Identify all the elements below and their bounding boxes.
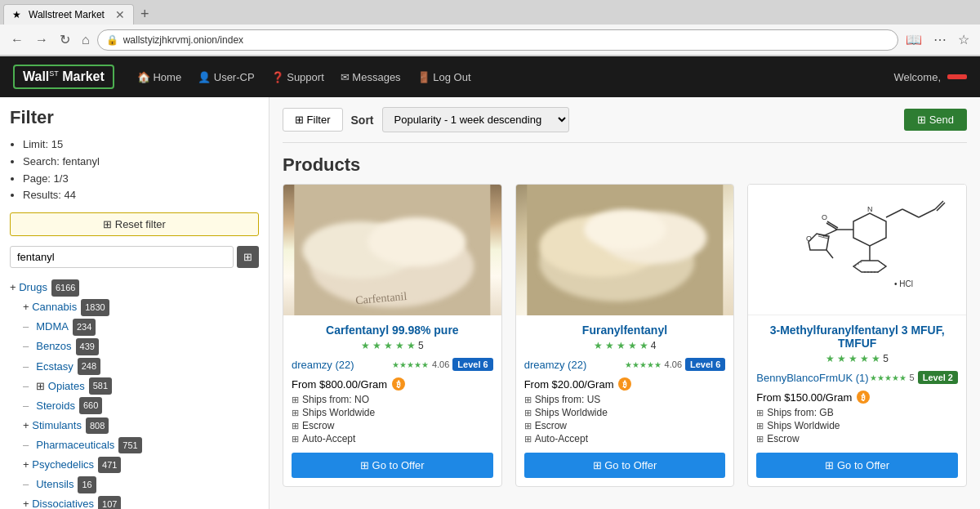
s5-p2: ★ <box>639 340 648 351</box>
escrow-text-3: Escrow <box>767 433 799 444</box>
vendor-row-2: dreamzy (22) ★★★★★ 4.06 Level 6 <box>524 358 726 371</box>
vendor-name-2[interactable]: dreamzy (22) <box>524 359 587 371</box>
vendor-name-3[interactable]: BennyBlancoFrmUK (1) <box>756 372 868 384</box>
back-button[interactable]: ← <box>7 30 28 50</box>
browser-menu-buttons: 📖 ⋯ ☆ <box>902 29 973 50</box>
svg-point-3 <box>368 217 466 266</box>
svg-point-9 <box>584 209 666 250</box>
search-submit-button[interactable]: ⊞ <box>237 246 259 268</box>
star-button[interactable]: ☆ <box>954 29 973 50</box>
app-header: WallST Market 🏠 Home 👤 User-CP ❓ Support… <box>0 56 980 97</box>
home-nav-button[interactable]: ⌂ <box>78 30 94 50</box>
cat-drugs-label: + Drugs <box>10 279 47 297</box>
tab-close-button[interactable]: ✕ <box>115 8 125 21</box>
cat-drugs[interactable]: + Drugs 6166 <box>10 278 259 297</box>
nav-support[interactable]: ❓ Support <box>265 68 331 87</box>
cat-utensils-dash: – <box>23 476 29 493</box>
cat-stimulants[interactable]: + Stimulants 808 <box>10 416 259 435</box>
product-card-1: Carfentanil Carfentanyl 99.98% pure ★ ★ … <box>283 184 502 487</box>
cat-utensils-label: Utensils <box>36 476 74 493</box>
cat-mdma-label: MDMA <box>36 318 69 336</box>
username-display <box>947 74 967 79</box>
sort-label: Sort <box>351 114 374 127</box>
filter-results: Results: 44 <box>23 187 259 204</box>
v-star-1: ★★★★★ <box>392 360 429 369</box>
browser-tab-bar: ★ Wallstreet Market ✕ + <box>0 0 980 25</box>
nav-home[interactable]: 🏠 Home <box>131 68 188 87</box>
new-tab-button[interactable]: + <box>134 6 156 23</box>
svg-line-20 <box>879 261 885 266</box>
cat-dissociatives[interactable]: + Dissociatives 107 <box>10 494 259 509</box>
nav-user-cp[interactable]: 👤 User-CP <box>191 68 261 87</box>
send-button[interactable]: ⊞ Send <box>904 109 967 131</box>
cat-ecstasy[interactable]: – Ecstasy 248 <box>10 357 259 377</box>
tab-title: Wallstreet Market <box>29 9 110 20</box>
ships-worldwide-3: ⊞ Ships Worldwide <box>756 420 958 431</box>
vendor-name-1[interactable]: dreamzy (22) <box>292 359 354 371</box>
level-badge-3: Level 2 <box>918 371 958 384</box>
product-image-1: Carfentanil <box>283 185 501 315</box>
cat-mdma[interactable]: – MDMA 234 <box>10 317 259 337</box>
bookmarks-button[interactable]: 📖 <box>902 29 926 50</box>
s2-p2: ★ <box>605 340 614 351</box>
browser-chrome: ★ Wallstreet Market ✕ + ← → ↻ ⌂ 🔒 📖 ⋯ ☆ <box>0 0 980 56</box>
svg-text:• HCl: • HCl <box>894 279 913 288</box>
forward-button[interactable]: → <box>31 30 52 50</box>
cat-steroids[interactable]: – Steroids 660 <box>10 396 259 416</box>
active-tab[interactable]: ★ Wallstreet Market ✕ <box>3 4 134 25</box>
more-button[interactable]: ⋯ <box>929 29 951 50</box>
url-input[interactable] <box>123 34 889 46</box>
header-nav: 🏠 Home 👤 User-CP ❓ Support ✉ Messages 🚪 … <box>131 68 894 87</box>
cat-steroids-badge: 660 <box>79 397 102 414</box>
logo-market: Market <box>59 69 105 83</box>
cat-opiates-label: ⊞ Opiates <box>36 377 84 395</box>
cat-cannabis-badge: 1830 <box>81 299 109 316</box>
welcome-text: Welcome, <box>893 71 941 83</box>
price-row-1: From $800.00/Gram ₿ <box>292 377 493 391</box>
nav-messages[interactable]: ✉ Messages <box>334 68 408 87</box>
cat-cannabis[interactable]: + Cannabis 1830 <box>10 297 259 317</box>
go-to-offer-button-2[interactable]: ⊞ Go to Offer <box>524 453 726 478</box>
refresh-button[interactable]: ↻ <box>56 29 74 50</box>
cat-opiates[interactable]: – ⊞ Opiates 581 <box>10 377 259 396</box>
nav-logout[interactable]: 🚪 Log Out <box>411 68 478 87</box>
app-logo[interactable]: WallST Market <box>13 65 114 89</box>
cat-utensils[interactable]: – Utensils 16 <box>10 475 259 494</box>
escrow-row-3: ⊞ Escrow <box>756 433 958 444</box>
star-2: ★ <box>372 340 381 351</box>
search-input[interactable] <box>10 246 234 268</box>
cat-ecstasy-badge: 248 <box>78 358 100 375</box>
cat-mdma-dash: – <box>23 318 29 336</box>
cat-psychedelics[interactable]: + Psychedelics 471 <box>10 455 259 475</box>
browser-nav-bar: ← → ↻ ⌂ 🔒 📖 ⋯ ☆ <box>0 25 980 56</box>
product-title-1[interactable]: Carfentanyl 99.98% pure <box>292 324 493 337</box>
search-row: ⊞ <box>10 246 259 268</box>
go-to-offer-button-1[interactable]: ⊞ Go to Offer <box>292 453 493 478</box>
cat-psychedelics-badge: 471 <box>98 457 121 474</box>
cat-mdma-badge: 234 <box>73 319 96 336</box>
sort-select[interactable]: Popularity - 1 week descending Popularit… <box>382 107 569 132</box>
cat-pharma[interactable]: – Pharmaceuticals 751 <box>10 435 259 455</box>
cat-pharma-label: Pharmaceuticals <box>36 436 114 454</box>
price-text-3: From $150.00/Gram <box>756 391 852 404</box>
cat-steroids-label: Steroids <box>36 397 75 415</box>
product-title-3[interactable]: 3-Methylfuranylfentanyl 3 MFUF, TMFUF <box>756 324 958 350</box>
address-bar[interactable]: 🔒 <box>97 29 898 51</box>
ssl-lock-icon: 🔒 <box>106 34 118 46</box>
reset-filter-button[interactable]: ⊞ Reset filter <box>10 212 259 236</box>
ships-from-icon-2: ⊞ <box>524 395 532 405</box>
worldwide-icon-3: ⊞ <box>756 421 764 431</box>
auto-accept-icon-2: ⊞ <box>524 434 532 444</box>
product-title-2[interactable]: Furanylfentanyl <box>524 324 726 337</box>
worldwide-text-1: Ships Worldwide <box>302 407 375 418</box>
cat-benzos[interactable]: – Benzos 439 <box>10 337 259 356</box>
svg-text:O: O <box>806 234 812 243</box>
filter-button[interactable]: ⊞ Filter <box>283 108 343 132</box>
filter-info: Limit: 15 Search: fentanyl Page: 1/3 Res… <box>10 136 259 204</box>
product-image-2 <box>516 185 734 315</box>
star-1: ★ <box>361 340 370 351</box>
cat-utensils-badge: 16 <box>78 476 96 493</box>
go-to-offer-button-3[interactable]: ⊞ Go to Offer <box>756 453 958 478</box>
s3-p2: ★ <box>617 340 626 351</box>
cat-steroids-dash: – <box>23 397 29 415</box>
